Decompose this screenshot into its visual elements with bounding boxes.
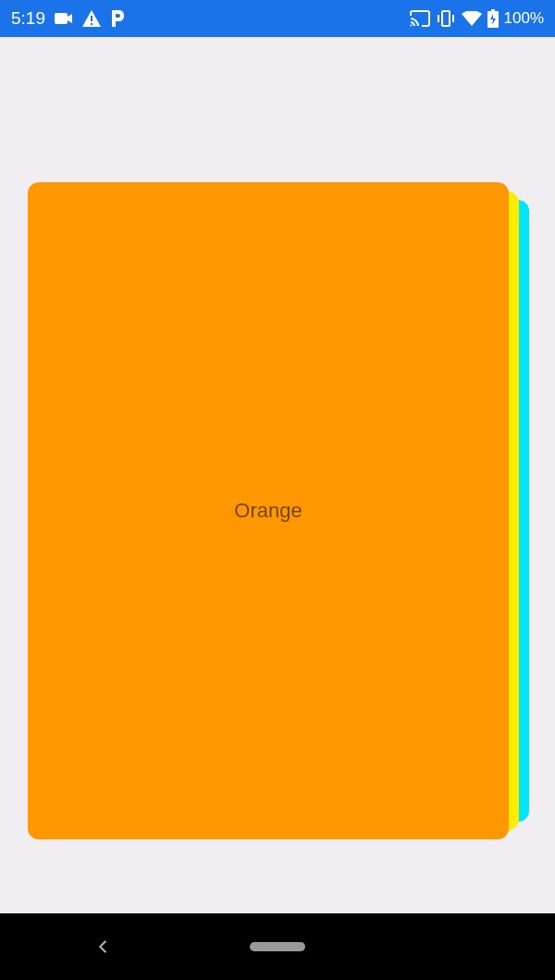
svg-point-3 bbox=[410, 25, 412, 27]
svg-rect-0 bbox=[55, 13, 68, 24]
wifi-icon bbox=[462, 11, 482, 26]
svg-rect-5 bbox=[438, 15, 439, 22]
status-left-group: 5:19 bbox=[11, 8, 125, 29]
parking-icon bbox=[110, 10, 125, 27]
back-icon[interactable] bbox=[92, 937, 113, 957]
app-content: Orange bbox=[0, 37, 555, 913]
card-front-orange[interactable]: Orange bbox=[28, 182, 509, 839]
camera-icon bbox=[55, 12, 73, 25]
battery-icon bbox=[487, 9, 499, 28]
status-time: 5:19 bbox=[11, 8, 45, 29]
home-handle[interactable] bbox=[250, 942, 305, 951]
status-right-group: 100% bbox=[410, 9, 544, 28]
cast-icon bbox=[410, 10, 430, 27]
svg-rect-6 bbox=[452, 15, 454, 22]
svg-rect-7 bbox=[491, 9, 495, 11]
navigation-bar bbox=[0, 913, 555, 980]
warning-icon bbox=[82, 10, 101, 27]
card-label: Orange bbox=[234, 499, 302, 523]
svg-rect-2 bbox=[91, 23, 92, 25]
svg-rect-1 bbox=[91, 16, 92, 21]
status-bar: 5:19 bbox=[0, 0, 555, 37]
vibrate-icon bbox=[436, 10, 456, 27]
card-stack: Orange bbox=[28, 182, 529, 839]
svg-rect-4 bbox=[442, 11, 450, 26]
battery-percentage: 100% bbox=[504, 9, 544, 28]
